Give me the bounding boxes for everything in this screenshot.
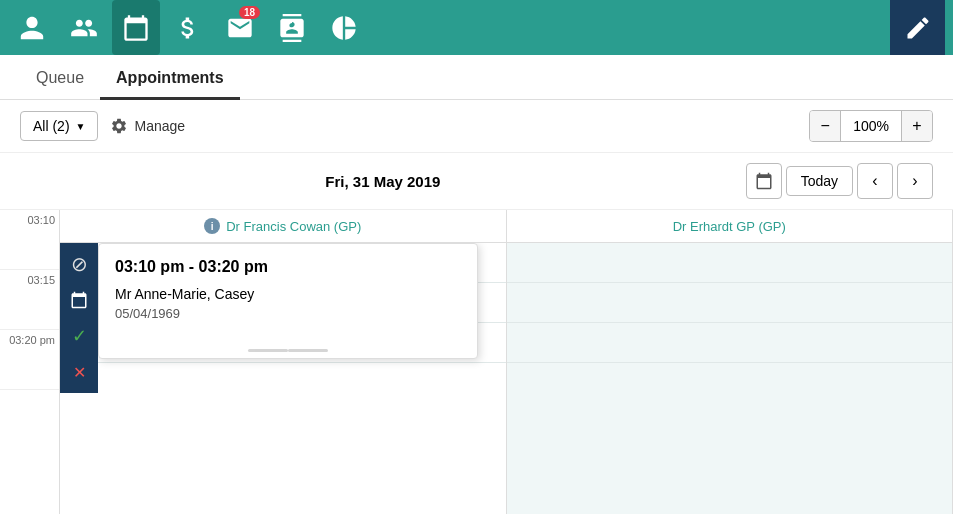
provider-1-schedule: ⊘ ✓ ✕ 03:10 pm - 03:20 pm Mr Anne-Marie,…	[60, 243, 507, 514]
appointment-card[interactable]: 03:10 pm - 03:20 pm Mr Anne-Marie, Casey…	[98, 243, 478, 359]
time-slot-320: 03:20 pm	[0, 330, 59, 390]
appointment-card-content: 03:10 pm - 03:20 pm Mr Anne-Marie, Casey…	[99, 244, 477, 341]
drag-line-1	[248, 349, 288, 352]
calendar-area: 03:10 03:15 03:20 pm i Dr Francis Cowan …	[0, 210, 953, 514]
zoom-value: 100%	[840, 111, 902, 141]
nav-calendar-btn[interactable]	[112, 0, 160, 55]
providers-header: i Dr Francis Cowan (GP) Dr Erhardt GP (G…	[60, 210, 953, 243]
zoom-controls: − 100% +	[809, 110, 933, 142]
provider-header-2: Dr Erhardt GP (GP)	[507, 210, 954, 242]
today-btn[interactable]: Today	[786, 166, 853, 196]
time-slot-315: 03:15	[0, 270, 59, 330]
nav-reports-btn[interactable]	[320, 0, 368, 55]
calendar-action-icon	[70, 291, 88, 309]
nav-edit-btn[interactable]	[890, 0, 945, 55]
calendar-picker-icon	[755, 172, 773, 190]
toolbar: All (2) ▼ Manage − 100% +	[0, 100, 953, 153]
provider-name-2: Dr Erhardt GP (GP)	[673, 219, 786, 234]
manage-btn[interactable]: Manage	[110, 117, 185, 135]
prev-date-btn[interactable]: ‹	[857, 163, 893, 199]
drag-handle[interactable]	[99, 341, 477, 358]
next-date-btn[interactable]: ›	[897, 163, 933, 199]
check-in-btn[interactable]: ✓	[62, 319, 96, 353]
provider-2-schedule	[507, 243, 954, 514]
time-column: 03:10 03:15 03:20 pm	[0, 210, 60, 514]
tabs-bar: Queue Appointments	[0, 55, 953, 100]
appointment-patient-name: Mr Anne-Marie, Casey	[115, 286, 461, 302]
nav-contacts-btn[interactable]	[268, 0, 316, 55]
messages-badge: 18	[239, 6, 260, 19]
gear-icon	[110, 117, 128, 135]
nav-billing-btn[interactable]	[164, 0, 212, 55]
nav-group-btn[interactable]	[60, 0, 108, 55]
providers-area: i Dr Francis Cowan (GP) Dr Erhardt GP (G…	[60, 210, 953, 514]
dropdown-icon: ▼	[76, 121, 86, 132]
tab-queue[interactable]: Queue	[20, 59, 100, 100]
appointment-time: 03:10 pm - 03:20 pm	[115, 258, 461, 276]
slot-2-2	[507, 283, 953, 323]
next-arrow-icon: ›	[912, 172, 917, 190]
zoom-out-btn[interactable]: −	[810, 111, 840, 141]
slot-2-3	[507, 323, 953, 363]
providers-body: ⊘ ✓ ✕ 03:10 pm - 03:20 pm Mr Anne-Marie,…	[60, 243, 953, 514]
zoom-in-btn[interactable]: +	[902, 111, 932, 141]
time-slot-310: 03:10	[0, 210, 59, 270]
slot-2-1	[507, 243, 953, 283]
date-controls: Today ‹ ›	[746, 163, 933, 199]
open-calendar-btn[interactable]	[746, 163, 782, 199]
manage-label: Manage	[134, 118, 185, 134]
provider-name-1: Dr Francis Cowan (GP)	[226, 219, 361, 234]
drag-line-2	[288, 349, 328, 352]
nav-patient-btn[interactable]	[8, 0, 56, 55]
nav-messages-btn[interactable]: 18	[216, 0, 264, 55]
reschedule-btn[interactable]	[62, 283, 96, 317]
date-nav: Fri, 31 May 2019 Today ‹ ›	[0, 153, 953, 210]
top-nav: 18	[0, 0, 953, 55]
appointment-dob: 05/04/1969	[115, 306, 461, 321]
action-sidebar: ⊘ ✓ ✕	[60, 243, 98, 393]
all-filter-btn[interactable]: All (2) ▼	[20, 111, 98, 141]
tab-appointments[interactable]: Appointments	[100, 59, 240, 100]
date-label: Fri, 31 May 2019	[20, 173, 746, 190]
delete-btn[interactable]: ✕	[62, 355, 96, 389]
all-filter-label: All (2)	[33, 118, 70, 134]
no-action-btn[interactable]: ⊘	[62, 247, 96, 281]
info-icon-1: i	[204, 218, 220, 234]
prev-arrow-icon: ‹	[872, 172, 877, 190]
provider-header-1: i Dr Francis Cowan (GP)	[60, 210, 507, 242]
